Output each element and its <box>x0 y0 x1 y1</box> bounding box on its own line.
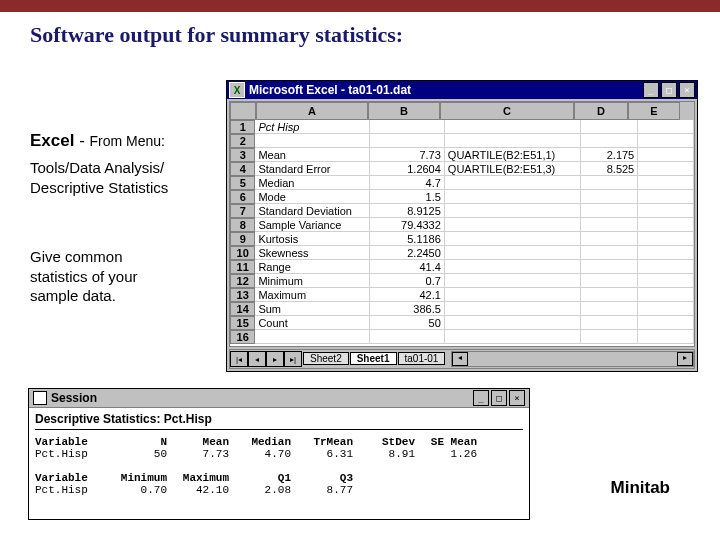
row-header[interactable]: 7 <box>230 204 255 218</box>
close-button[interactable]: × <box>509 390 525 406</box>
cell[interactable]: Sample Variance <box>255 218 369 232</box>
cell[interactable] <box>370 120 445 134</box>
cell[interactable] <box>638 330 694 344</box>
cell[interactable] <box>370 330 445 344</box>
select-all-corner[interactable] <box>230 102 256 120</box>
cell[interactable] <box>581 330 639 344</box>
scroll-left-icon[interactable]: ◂ <box>452 352 468 366</box>
cell[interactable] <box>638 148 694 162</box>
row-header[interactable]: 14 <box>230 302 255 316</box>
cell[interactable]: Median <box>255 176 369 190</box>
cell[interactable] <box>638 246 694 260</box>
cell[interactable] <box>581 190 639 204</box>
cell[interactable]: 79.4332 <box>370 218 445 232</box>
minitab-titlebar[interactable]: Session _ □ × <box>29 389 529 408</box>
cell[interactable] <box>638 176 694 190</box>
cell[interactable]: Maximum <box>255 288 369 302</box>
cell[interactable]: 7.73 <box>370 148 445 162</box>
cell[interactable] <box>445 120 581 134</box>
cell[interactable] <box>445 288 581 302</box>
row-header[interactable]: 8 <box>230 218 255 232</box>
cell[interactable]: Count <box>255 316 369 330</box>
cell[interactable] <box>445 232 581 246</box>
cell[interactable]: QUARTILE(B2:E51,3) <box>445 162 581 176</box>
row-header[interactable]: 4 <box>230 162 255 176</box>
excel-titlebar[interactable]: X Microsoft Excel - ta01-01.dat _ □ × <box>227 81 697 99</box>
row-header[interactable]: 5 <box>230 176 255 190</box>
scroll-right-icon[interactable]: ▸ <box>677 352 693 366</box>
cell[interactable] <box>445 330 581 344</box>
cell[interactable] <box>581 218 639 232</box>
cell[interactable]: Pct Hisp <box>255 120 369 134</box>
cell[interactable] <box>581 120 639 134</box>
sheet-tab[interactable]: Sheet1 <box>350 352 397 365</box>
excel-systemmenu-icon[interactable]: X <box>229 82 245 98</box>
cell[interactable]: QUARTILE(B2:E51,1) <box>445 148 581 162</box>
cell[interactable] <box>445 204 581 218</box>
cell[interactable] <box>445 190 581 204</box>
cell[interactable]: Standard Deviation <box>255 204 369 218</box>
tab-nav-next-icon[interactable]: ▸ <box>266 351 284 367</box>
maximize-button[interactable]: □ <box>491 390 507 406</box>
cell[interactable]: Sum <box>255 302 369 316</box>
cell[interactable]: 8.525 <box>581 162 639 176</box>
cell[interactable] <box>638 162 694 176</box>
cell[interactable] <box>638 302 694 316</box>
cell[interactable]: 1.2604 <box>370 162 445 176</box>
sheet-tab[interactable]: ta01-01 <box>398 352 446 365</box>
cell[interactable] <box>638 120 694 134</box>
cell[interactable] <box>581 288 639 302</box>
cell[interactable] <box>581 232 639 246</box>
sheet-tab[interactable]: Sheet2 <box>303 352 349 365</box>
cell[interactable] <box>370 134 445 148</box>
cell[interactable] <box>638 204 694 218</box>
cell[interactable]: 42.1 <box>370 288 445 302</box>
cell[interactable]: Mean <box>255 148 369 162</box>
cell[interactable] <box>581 316 639 330</box>
cell[interactable]: Standard Error <box>255 162 369 176</box>
minimize-button[interactable]: _ <box>473 390 489 406</box>
cell[interactable] <box>638 316 694 330</box>
cell[interactable]: Skewness <box>255 246 369 260</box>
col-header[interactable]: B <box>368 102 440 120</box>
cell[interactable] <box>638 190 694 204</box>
cell[interactable] <box>638 274 694 288</box>
row-header[interactable]: 9 <box>230 232 255 246</box>
col-header[interactable]: D <box>574 102 628 120</box>
row-header[interactable]: 3 <box>230 148 255 162</box>
cell[interactable] <box>581 246 639 260</box>
cell[interactable] <box>638 232 694 246</box>
row-header[interactable]: 13 <box>230 288 255 302</box>
cell[interactable] <box>638 134 694 148</box>
cell[interactable] <box>581 204 639 218</box>
cell[interactable]: 2.2450 <box>370 246 445 260</box>
cell[interactable] <box>638 260 694 274</box>
col-header[interactable]: A <box>256 102 368 120</box>
row-header[interactable]: 12 <box>230 274 255 288</box>
cell[interactable] <box>255 134 369 148</box>
cell[interactable] <box>581 274 639 288</box>
cell[interactable]: 50 <box>370 316 445 330</box>
row-header[interactable]: 11 <box>230 260 255 274</box>
cell[interactable] <box>255 330 369 344</box>
tab-nav-prev-icon[interactable]: ◂ <box>248 351 266 367</box>
cell[interactable] <box>581 134 639 148</box>
col-header[interactable]: E <box>628 102 680 120</box>
cell[interactable] <box>638 288 694 302</box>
cell[interactable]: Mode <box>255 190 369 204</box>
maximize-button[interactable]: □ <box>661 82 677 98</box>
cell[interactable]: 0.7 <box>370 274 445 288</box>
row-header[interactable]: 6 <box>230 190 255 204</box>
tab-nav-last-icon[interactable]: ▸| <box>284 351 302 367</box>
cell[interactable] <box>445 316 581 330</box>
cell[interactable] <box>581 176 639 190</box>
cell[interactable] <box>445 260 581 274</box>
cell[interactable]: 5.1186 <box>370 232 445 246</box>
tab-nav-first-icon[interactable]: |◂ <box>230 351 248 367</box>
row-header[interactable]: 2 <box>230 134 255 148</box>
cell[interactable] <box>445 246 581 260</box>
cell[interactable]: 2.175 <box>581 148 639 162</box>
row-header[interactable]: 1 <box>230 120 255 134</box>
row-header[interactable]: 16 <box>230 330 255 344</box>
cell[interactable] <box>445 302 581 316</box>
